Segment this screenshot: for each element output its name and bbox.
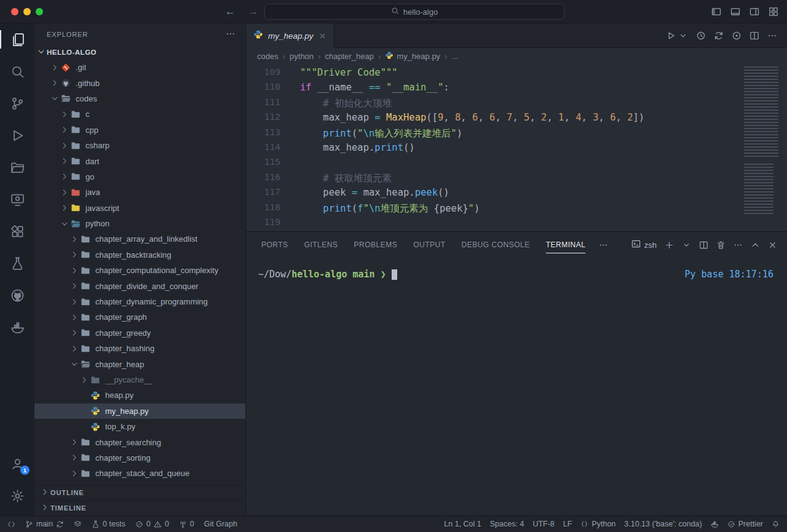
close-window-button[interactable]	[11, 8, 18, 15]
tree-item-git[interactable]: .git	[34, 60, 245, 75]
activity-github-button[interactable]	[0, 279, 34, 311]
minimap[interactable]	[744, 64, 781, 231]
run-button[interactable]	[666, 31, 676, 41]
tree-item-go[interactable]: go	[34, 169, 245, 185]
section-timeline[interactable]: TIMELINE	[34, 500, 245, 515]
tree-item-python[interactable]: python	[34, 216, 245, 231]
status-git-graph[interactable]: Git Graph	[204, 520, 237, 528]
panel-tab-gitlens[interactable]: GITLENS	[304, 232, 338, 258]
tree-item-csharp[interactable]: csharp	[34, 138, 245, 153]
kill-terminal-button[interactable]	[716, 240, 726, 250]
status-language[interactable]: Python	[580, 520, 615, 528]
tab-my-heap-py[interactable]: my_heap.py	[246, 23, 334, 48]
activity-settings-button[interactable]	[0, 480, 34, 512]
activity-docker-button[interactable]	[0, 311, 34, 343]
tree-item-chapter-array-and-linkedlist[interactable]: chapter_array_and_linkedlist	[34, 231, 245, 247]
panel-tab-debug-console[interactable]: DEBUG CONSOLE	[462, 232, 530, 258]
tree-item-chapter-heap[interactable]: chapter_heap	[34, 356, 245, 371]
status-branch[interactable]: main	[25, 520, 64, 528]
status-docker-status[interactable]	[711, 520, 719, 528]
terminal-profiles-button[interactable]	[682, 240, 691, 250]
command-center-search[interactable]: hello-algo	[264, 4, 564, 20]
layout-grid-button[interactable]	[769, 7, 778, 17]
status-eol[interactable]: LF	[563, 520, 572, 528]
tree-item-chapter-sorting[interactable]: chapter_sorting	[34, 450, 245, 466]
tree-item-cpp[interactable]: cpp	[34, 122, 245, 138]
panel-tab-problems[interactable]: PROBLEMS	[354, 232, 397, 258]
tree-item-chapter-computational-complexity[interactable]: chapter_computational_complexity	[34, 263, 245, 278]
panel-tab-output[interactable]: OUTPUT	[413, 232, 445, 258]
tree-item-c[interactable]: c	[34, 106, 245, 122]
close-tab-button[interactable]	[318, 32, 326, 40]
close-panel-button[interactable]	[768, 240, 777, 250]
tree-item-chapter-dynamic-programming[interactable]: chapter_dynamic_programming	[34, 294, 245, 309]
breadcrumb-item[interactable]: python	[290, 52, 314, 61]
compare-changes-button[interactable]	[714, 31, 724, 41]
status-prettier[interactable]: Prettier	[727, 520, 763, 528]
status-encoding[interactable]: UTF-8	[532, 520, 554, 528]
status-notifications[interactable]	[772, 520, 780, 528]
activity-extensions-button[interactable]	[0, 215, 34, 247]
status-problems[interactable]: 00	[135, 520, 169, 528]
more-actions-button[interactable]	[767, 31, 777, 41]
gitlens-graph-button[interactable]	[732, 31, 742, 41]
tree-item-chapter-hashing[interactable]: chapter_hashing	[34, 341, 245, 356]
activity-accounts-button[interactable]: 1	[0, 448, 34, 480]
tree-item-javascript[interactable]: javascript	[34, 200, 245, 216]
tree-item-chapter-searching[interactable]: chapter_searching	[34, 434, 245, 450]
status-tests[interactable]: 0 tests	[92, 520, 125, 528]
activity-search-button[interactable]	[0, 55, 34, 87]
status-ports[interactable]: 0	[179, 520, 194, 528]
tree-root-hello-algo[interactable]: HELLO-ALGO	[34, 45, 245, 60]
editor-gutter[interactable]: 109110111112113114115116117118119	[246, 64, 280, 231]
panel-tab-terminal[interactable]: TERMINAL	[546, 232, 586, 258]
breadcrumb-item[interactable]: codes	[257, 52, 279, 61]
status-gitlens[interactable]	[74, 520, 82, 528]
activity-source-control-button[interactable]	[0, 87, 34, 119]
panel-more-tabs-button[interactable]	[599, 240, 608, 250]
new-terminal-button[interactable]	[665, 240, 674, 250]
activity-project-manager-button[interactable]	[0, 151, 34, 183]
split-editor-button[interactable]	[749, 31, 759, 41]
tree-item-chapter-backtracking[interactable]: chapter_backtracking	[34, 247, 245, 263]
terminal-view[interactable]: ~/Dow/hello-algo main ❯ Py base 18:17:16	[246, 258, 787, 515]
layout-sidebar-right-button[interactable]	[749, 7, 759, 17]
activity-testing-button[interactable]	[0, 247, 34, 279]
breadcrumb-item[interactable]: my_heap.py	[385, 51, 440, 62]
section-outline[interactable]: OUTLINE	[34, 485, 245, 500]
status-remote-window[interactable]	[7, 520, 15, 528]
breadcrumb-item[interactable]: chapter_heap	[325, 52, 374, 61]
tree-item-chapter-stack-and-queue[interactable]: chapter_stack_and_queue	[34, 466, 245, 481]
terminal-shell-picker[interactable]: zsh	[631, 239, 657, 250]
activity-run-debug-button[interactable]	[0, 119, 34, 151]
status-interpreter[interactable]: 3.10.13 ('base': conda)	[624, 520, 702, 528]
split-terminal-button[interactable]	[699, 240, 708, 250]
minimize-window-button[interactable]	[23, 8, 31, 15]
tree-item-chapter-greedy[interactable]: chapter_greedy	[34, 325, 245, 341]
activity-explorer-button[interactable]	[0, 23, 34, 55]
status-cursor-position[interactable]: Ln 1, Col 1	[444, 520, 481, 528]
tree-item-codes[interactable]: codes	[34, 91, 245, 106]
history-back-button[interactable]: ←	[225, 6, 235, 18]
tree-item-java[interactable]: java	[34, 185, 245, 200]
activity-remote-explorer-button[interactable]	[0, 183, 34, 215]
timeline-button[interactable]	[696, 31, 706, 41]
tree-item-chapter-divide-and-conquer[interactable]: chapter_divide_and_conquer	[34, 278, 245, 293]
panel-more-button[interactable]	[734, 240, 743, 250]
tree-item-top-k-py[interactable]: top_k.py	[34, 419, 245, 434]
explorer-more-actions-button[interactable]	[226, 29, 235, 40]
tree-item-pycache[interactable]: __pycache__	[34, 372, 245, 387]
layout-panel-button[interactable]	[730, 7, 740, 17]
tree-item-dart[interactable]: dart	[34, 153, 245, 169]
layout-sidebar-left-button[interactable]	[711, 7, 721, 17]
zoom-window-button[interactable]	[36, 8, 43, 15]
maximize-panel-button[interactable]	[751, 240, 760, 250]
code-editor[interactable]: 109110111112113114115116117118119 """Dri…	[246, 64, 787, 231]
status-indentation[interactable]: Spaces: 4	[490, 520, 524, 528]
history-forward-button[interactable]: →	[248, 6, 258, 18]
panel-tab-ports[interactable]: PORTS	[261, 232, 288, 258]
breadcrumb-item[interactable]: ...	[451, 52, 458, 61]
tree-item-my-heap-py[interactable]: my_heap.py	[34, 403, 245, 419]
tree-item-heap-py[interactable]: heap.py	[34, 387, 245, 403]
run-options-button[interactable]	[678, 31, 688, 41]
